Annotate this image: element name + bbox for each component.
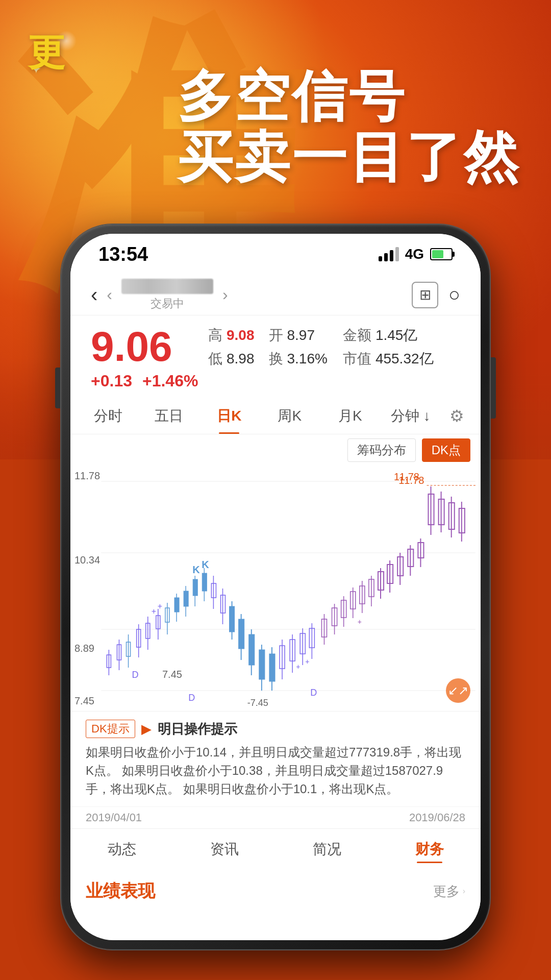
tab-rik[interactable]: 日K <box>202 398 257 434</box>
open-label: 开 <box>269 326 283 345</box>
price-section: 9.06 +0.13 +1.46% 高 9.08 开 8.97 低 <box>70 315 481 398</box>
date-end: 2019/06/28 <box>409 811 465 824</box>
back-button[interactable]: ‹ <box>91 283 97 306</box>
price-detail-mid: 高 9.08 开 8.97 低 8.98 换 3.16% <box>193 326 328 390</box>
chart-area: 11.78 10.34 8.89 7.45 11.78 7.45 <box>70 466 481 711</box>
svg-text:D: D <box>132 670 139 680</box>
mktcap-row: 市值 455.32亿 <box>343 349 460 369</box>
svg-text:D: D <box>188 693 195 703</box>
nav-zixun[interactable]: 资讯 <box>173 840 276 859</box>
svg-text:-7.45: -7.45 <box>247 698 268 708</box>
amount-value: 1.45亿 <box>375 326 418 345</box>
phone-outer-frame: 13:54 4G ‹ ‹ 交易 <box>61 225 490 949</box>
stock-name-block: 交易中 <box>121 279 213 311</box>
dk-point-button[interactable]: DK点 <box>422 438 470 462</box>
chart-y-bottom: 7.45 <box>74 695 94 707</box>
svg-rect-38 <box>239 619 244 649</box>
mktcap-label: 市值 <box>343 349 371 369</box>
dk-title: 明日操作提示 <box>158 720 237 738</box>
next-stock-button[interactable]: › <box>222 285 228 304</box>
hero-text-block: 多空信号 买卖一目了然 <box>178 66 520 188</box>
nav-jiankuang[interactable]: 简况 <box>276 840 378 859</box>
status-right: 4G <box>379 246 453 262</box>
tab-wuri[interactable]: 五日 <box>141 398 197 434</box>
status-bar: 13:54 4G <box>70 234 481 275</box>
status-time: 13:54 <box>98 243 148 265</box>
svg-text:+: + <box>152 606 156 616</box>
performance-section: 业绩表现 更多 › <box>70 869 481 908</box>
dk-text-body: 如果明日收盘价小于10.14，并且明日成交量超过777319.8手，将出现K点。… <box>86 743 465 798</box>
tab-yuek[interactable]: 月K <box>322 398 378 434</box>
perf-more-link[interactable]: 更多 › <box>433 883 465 900</box>
perf-title: 业绩表现 <box>86 879 155 903</box>
svg-text:+: + <box>296 663 300 671</box>
high-value: 9.08 <box>227 327 255 344</box>
price-high-row: 高 9.08 开 8.97 <box>208 326 328 345</box>
svg-rect-46 <box>269 654 275 681</box>
svg-text:+: + <box>358 618 362 626</box>
low-value: 8.98 <box>227 351 255 367</box>
nav-dongtai[interactable]: 动态 <box>70 840 173 859</box>
hero-line2: 买卖一目了然 <box>178 127 520 188</box>
nav-bar[interactable]: ‹ ‹ 交易中 › ⊞ ○ <box>70 275 481 315</box>
turnover-label: 换 <box>269 349 283 369</box>
hero-line1: 多空信号 <box>178 66 520 127</box>
candlestick-chart: D + + <box>70 466 481 711</box>
chart-y-mid: 10.34 <box>74 554 100 566</box>
trading-status-label: 交易中 <box>151 296 184 311</box>
phone-screen: 13:54 4G ‹ ‹ 交易 <box>70 234 481 940</box>
date-start: 2019/04/01 <box>86 811 142 824</box>
stock-name-blurred <box>121 279 213 294</box>
chart-y-low: 8.89 <box>74 643 94 654</box>
date-row: 2019/04/01 2019/06/28 <box>70 806 481 828</box>
chart-bottom-label: 7.45 <box>162 669 182 680</box>
open-value: 8.97 <box>287 327 315 344</box>
svg-text:K: K <box>192 564 200 575</box>
status-4g-label: 4G <box>405 246 424 262</box>
svg-rect-28 <box>193 579 197 596</box>
svg-rect-24 <box>184 591 188 606</box>
chip-dist-button[interactable]: 筹码分布 <box>347 438 416 462</box>
phone-mockup: 13:54 4G ‹ ‹ 交易 <box>61 225 490 949</box>
price-change-pct: +1.46% <box>142 372 198 390</box>
chart-peak-label: 11.78 <box>394 471 419 483</box>
amount-row: 金额 1.45亿 <box>343 326 460 345</box>
high-label: 高 <box>208 326 222 345</box>
mktcap-value: 455.32亿 <box>375 349 434 369</box>
chart-toolbar: 筹码分布 DK点 <box>70 434 481 466</box>
price-low-row: 低 8.98 换 3.16% <box>208 349 328 369</box>
expand-chart-button[interactable]: ↙↗ <box>446 678 470 703</box>
low-label: 低 <box>208 349 222 369</box>
svg-rect-43 <box>259 650 265 679</box>
svg-text:K: K <box>202 559 209 570</box>
price-detail-right: 金额 1.45亿 市值 455.32亿 <box>328 326 460 390</box>
battery-icon <box>430 248 453 260</box>
price-main: 9.06 <box>91 326 193 368</box>
perf-more-label: 更多 <box>433 883 460 900</box>
svg-text:+: + <box>305 657 309 666</box>
perf-more-arrow-icon: › <box>463 887 465 896</box>
amount-label: 金额 <box>343 326 371 345</box>
chart-settings-gear-icon[interactable]: ⚙ <box>443 406 470 426</box>
nav-caiwu[interactable]: 财务 <box>378 840 481 859</box>
svg-rect-40 <box>249 634 255 665</box>
svg-text:D: D <box>310 688 317 698</box>
hero-geng-label: 更 <box>28 28 65 77</box>
dk-header: DK提示 ▶ 明日操作提示 <box>86 720 465 738</box>
chart-settings-button[interactable]: ⊞ <box>412 282 438 308</box>
chart-y-top: 11.78 <box>74 470 100 482</box>
turnover-value: 3.16% <box>287 351 328 367</box>
battery-fill <box>432 250 443 258</box>
svg-rect-22 <box>174 598 179 612</box>
dk-badge: DK提示 <box>86 720 135 738</box>
nav-left: ‹ ‹ 交易中 › <box>91 279 228 311</box>
tab-fenshi[interactable]: 分时 <box>81 398 136 434</box>
prev-stock-button[interactable]: ‹ <box>107 285 112 304</box>
signal-bars-icon <box>379 247 399 261</box>
price-change-row: +0.13 +1.46% <box>91 372 193 390</box>
tab-zhouk[interactable]: 周K <box>262 398 318 434</box>
search-button[interactable]: ○ <box>448 284 460 306</box>
nav-right: ⊞ ○ <box>412 282 460 308</box>
tab-fenzhong[interactable]: 分钟 ↓ <box>383 398 439 434</box>
bottom-navigation: 动态 资讯 简况 财务 <box>70 828 481 869</box>
